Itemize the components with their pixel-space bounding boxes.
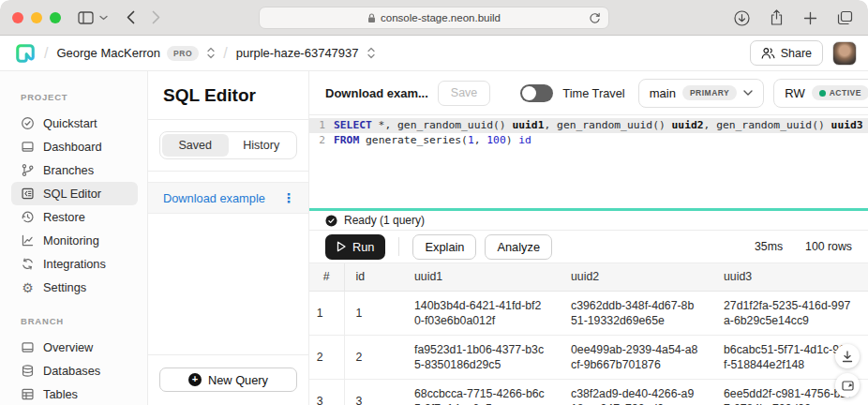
address-url: console-stage.neon.build <box>381 12 501 23</box>
explain-button[interactable]: Explain <box>412 234 476 260</box>
user-avatar[interactable] <box>832 41 857 66</box>
analyze-button[interactable]: Analyze <box>485 234 552 260</box>
cell-row-number: 1 <box>309 291 344 335</box>
table-row[interactable]: 2 2 fa9523d1-1b06-4377-b3c5-8350186d29c5… <box>309 335 868 379</box>
gear-icon: ⚙ <box>21 280 35 294</box>
save-button[interactable]: Save <box>438 81 491 106</box>
new-tab-icon[interactable] <box>803 11 817 25</box>
cell-row-number: 2 <box>309 335 344 379</box>
git-branch-icon <box>21 163 35 177</box>
saved-history-tabs: Saved History <box>159 131 297 159</box>
close-window-button[interactable] <box>12 12 23 23</box>
code-line-2[interactable]: 2 FROM generate_series(1, 100) id <box>309 133 868 148</box>
time-travel-toggle[interactable] <box>520 84 553 102</box>
sidebar-item-overview[interactable]: Overview <box>11 336 138 359</box>
project-selector[interactable]: purple-haze-63747937 <box>236 46 375 60</box>
editor-topbar: Download exam... Save Time Travel main P… <box>309 71 868 115</box>
overview-icon <box>21 340 35 354</box>
column-header-id[interactable]: id <box>344 263 403 291</box>
code-line-1[interactable]: 1 SELECT *, gen_random_uuid() uuid1, gen… <box>309 118 868 133</box>
people-icon <box>761 47 775 59</box>
cell-uuid1: fa9523d1-1b06-4377-b3c5-8350186d29c5 <box>414 342 546 372</box>
chevron-down-icon[interactable] <box>99 15 108 21</box>
cell-row-number: 3 <box>309 379 344 405</box>
table-header-row: # id uuid1 uuid2 uuid3 <box>309 263 868 291</box>
compute-select[interactable]: RW ACTIVE <box>773 79 868 108</box>
column-header-hash[interactable]: # <box>309 263 344 291</box>
org-plan-badge: PRO <box>167 46 199 61</box>
sidebar-item-label: Dashboard <box>43 140 102 154</box>
sidebar-section-project: PROJECT <box>21 92 147 102</box>
new-query-button[interactable]: + New Query <box>159 368 297 392</box>
run-button[interactable]: Run <box>325 234 385 260</box>
query-status-bar: Ready (1 query) <box>309 211 868 231</box>
cell-id: 1 <box>344 291 403 335</box>
share-button-label: Share <box>781 47 812 60</box>
sidebar-item-label: Quickstart <box>43 116 97 130</box>
table-row[interactable]: 1 1 140b3b4d-6421-41fd-bf20-f03e6b0a012f… <box>309 291 868 335</box>
back-icon[interactable] <box>127 10 135 24</box>
sidebar-item-sql-editor[interactable]: SQL Editor <box>11 182 138 205</box>
sidebar-item-restore[interactable]: Restore <box>11 205 138 229</box>
cell-uuid2: c38f2ad9-de40-4266-a918-ae947c732ed0 <box>571 386 699 405</box>
database-icon <box>21 364 35 378</box>
sidebar-toggle-icon[interactable] <box>78 11 94 24</box>
chevron-down-icon <box>743 90 753 96</box>
branch-primary-badge: PRIMARY <box>682 85 737 100</box>
tab-saved[interactable]: Saved <box>162 134 229 157</box>
sidebar-item-quickstart[interactable]: Quickstart <box>11 112 138 135</box>
column-header-uuid2[interactable]: uuid2 <box>560 263 712 291</box>
address-bar[interactable]: console-stage.neon.build <box>259 7 609 29</box>
status-text: Ready (1 query) <box>344 214 425 227</box>
cell-id: 3 <box>344 379 403 405</box>
sql-code-editor[interactable]: 1 SELECT *, gen_random_uuid() uuid1, gen… <box>309 115 868 208</box>
expand-results-button[interactable] <box>835 373 860 398</box>
forward-icon[interactable] <box>152 10 160 24</box>
downloads-icon[interactable] <box>734 10 750 26</box>
updown-chevron-icon <box>207 47 215 59</box>
table-grid-icon <box>21 387 35 401</box>
new-query-label: New Query <box>208 373 268 387</box>
minimize-window-button[interactable] <box>31 12 42 23</box>
dashboard-icon <box>21 140 35 154</box>
results-table-container: # id uuid1 uuid2 uuid3 1 1 140b3b4d-6421… <box>309 263 868 405</box>
cell-uuid2: 0ee499ab-2939-4a54-a8cf-9b667b701876 <box>571 342 699 372</box>
share-button[interactable]: Share <box>750 40 823 66</box>
tab-overview-icon[interactable] <box>837 10 853 25</box>
sidebar-item-dashboard[interactable]: Dashboard <box>11 135 138 158</box>
updown-chevron-icon <box>367 47 375 59</box>
share-icon[interactable] <box>770 9 784 26</box>
sidebar-item-label: Overview <box>43 340 93 354</box>
sidebar-item-tables[interactable]: Tables <box>11 382 138 405</box>
sidebar-item-integrations[interactable]: Integrations <box>11 252 138 276</box>
sidebar-item-monitoring[interactable]: Monitoring <box>11 229 138 252</box>
cell-uuid3: 27d1f2fa-5235-416d-997a-6b29c5e14cc9 <box>724 298 855 328</box>
kebab-menu-icon[interactable]: ⋮ <box>282 190 295 205</box>
org-selector[interactable]: George MacKerron PRO <box>56 46 215 61</box>
table-row[interactable]: 3 3 68ccbcca-7715-4266-b6c5-9f7a14ea6e5e… <box>309 379 868 405</box>
query-title[interactable]: Download exam... <box>325 86 428 100</box>
download-results-button[interactable] <box>835 344 860 368</box>
project-name: purple-haze-63747937 <box>236 46 359 60</box>
play-icon <box>337 241 346 252</box>
sidebar-item-branches[interactable]: Branches <box>11 158 138 182</box>
breadcrumb-separator: / <box>44 45 48 62</box>
saved-query-name[interactable]: Download example <box>163 191 265 205</box>
reload-icon[interactable] <box>589 11 601 25</box>
column-header-uuid3[interactable]: uuid3 <box>712 263 868 291</box>
sidebar-item-databases[interactable]: Databases <box>11 359 138 382</box>
branch-select[interactable]: main PRIMARY <box>638 79 765 108</box>
saved-query-item[interactable]: Download example ⋮ <box>148 182 308 214</box>
sidebar-item-settings[interactable]: ⚙ Settings <box>11 276 138 299</box>
tab-history[interactable]: History <box>229 134 295 157</box>
sync-arrows-icon <box>21 257 35 271</box>
sidebar-item-label: Integrations <box>43 257 106 271</box>
plus-icon: + <box>188 373 202 386</box>
zoom-window-button[interactable] <box>50 12 61 23</box>
chart-icon <box>21 233 35 248</box>
column-header-uuid1[interactable]: uuid1 <box>403 263 560 291</box>
sidebar-item-label: Tables <box>43 387 78 401</box>
neon-logo[interactable] <box>15 43 36 64</box>
check-circle-icon <box>21 116 35 130</box>
results-table: # id uuid1 uuid2 uuid3 1 1 140b3b4d-6421… <box>309 263 868 405</box>
